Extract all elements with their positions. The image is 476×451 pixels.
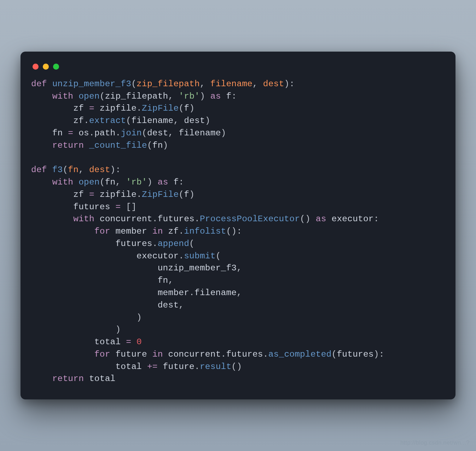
- code-token: :: [231, 92, 237, 101]
- code-token: ): [189, 190, 195, 199]
- code-token: [31, 337, 94, 347]
- code-token: open: [79, 177, 100, 187]
- code-token: 'rb': [179, 92, 200, 101]
- minimize-icon[interactable]: [43, 64, 49, 70]
- code-token: =: [89, 190, 100, 199]
- code-token: future: [163, 362, 195, 371]
- code-token: [31, 227, 94, 236]
- code-token: dest: [89, 165, 110, 175]
- code-token: []: [126, 202, 137, 212]
- code-token: executor: [137, 251, 179, 261]
- code-token: [31, 177, 52, 187]
- zoom-icon[interactable]: [53, 64, 59, 70]
- code-token: ,: [115, 177, 126, 187]
- code-token: [31, 116, 73, 125]
- code-token: ):: [110, 165, 121, 175]
- code-token: open: [79, 92, 100, 101]
- code-token: .: [189, 288, 195, 298]
- code-token: zf: [168, 227, 179, 236]
- code-token: as_completed: [268, 350, 332, 359]
- code-token: dest: [147, 128, 168, 138]
- code-token: .: [195, 362, 200, 371]
- code-token: unzip_member_f3: [52, 79, 132, 89]
- code-token: (: [63, 165, 68, 175]
- code-token: .: [137, 190, 142, 199]
- code-token: dest: [184, 116, 205, 125]
- code-token: member: [115, 227, 152, 236]
- code-token: zipfile: [100, 104, 137, 113]
- code-token: [31, 350, 94, 359]
- code-token: concurrent: [100, 214, 152, 224]
- code-token: filename: [195, 288, 237, 298]
- code-token: .: [89, 128, 94, 138]
- code-token: total: [94, 337, 126, 347]
- code-token: ,: [79, 165, 89, 175]
- code-token: [31, 141, 52, 150]
- code-token: (: [100, 177, 105, 187]
- code-token: ():: [226, 227, 242, 236]
- code-token: _count_file: [89, 141, 147, 150]
- code-token: ,: [179, 300, 184, 310]
- code-token: f: [226, 92, 231, 101]
- code-token: fn: [68, 165, 79, 175]
- code-token: ,: [237, 263, 242, 273]
- code-token: zip_filepath: [105, 92, 168, 101]
- code-token: zf: [73, 190, 89, 199]
- code-token: join: [121, 128, 142, 138]
- watermark-text: http://blog.csdn.net/wn...?: [400, 440, 470, 446]
- code-token: [31, 276, 158, 285]
- code-token: ,: [252, 79, 263, 89]
- code-token: fn: [105, 177, 116, 187]
- code-token: ): [147, 177, 158, 187]
- code-token: .: [84, 116, 89, 125]
- code-token: as: [210, 92, 226, 101]
- code-token: future: [115, 350, 152, 359]
- close-icon[interactable]: [33, 64, 39, 70]
- code-token: unzip_member_f3: [158, 263, 237, 273]
- code-token: [31, 92, 52, 101]
- code-token: .: [137, 104, 142, 113]
- code-token: zip_filepath: [137, 79, 200, 89]
- code-token: (: [179, 104, 184, 113]
- code-token: ,: [168, 276, 173, 285]
- code-token: [31, 202, 73, 212]
- code-token: [31, 214, 73, 224]
- code-token: (: [131, 79, 137, 89]
- code-token: executor: [332, 214, 374, 224]
- code-token: futures: [73, 202, 115, 212]
- code-token: for: [94, 227, 116, 236]
- code-token: =: [126, 337, 137, 347]
- code-token: (: [179, 190, 184, 199]
- code-token: :: [374, 214, 379, 224]
- code-token: ,: [168, 128, 179, 138]
- code-token: [31, 104, 73, 113]
- code-token: return: [52, 374, 89, 383]
- code-token: futures: [158, 214, 195, 224]
- code-token: extract: [89, 116, 126, 125]
- code-token: [31, 239, 115, 248]
- code-token: os: [79, 128, 89, 138]
- code-token: member: [158, 288, 189, 298]
- code-token: ): [205, 116, 210, 125]
- code-token: .: [116, 128, 121, 138]
- code-token: f: [173, 177, 179, 187]
- code-token: return: [52, 141, 89, 150]
- code-token: futures: [226, 350, 263, 359]
- code-token: 'rb': [126, 177, 147, 187]
- code-token: append: [158, 239, 189, 248]
- code-token: zf: [73, 116, 84, 125]
- code-token: in: [152, 350, 168, 359]
- code-token: =: [68, 128, 79, 138]
- code-token: as: [316, 214, 332, 224]
- code-token: ):: [284, 79, 295, 89]
- code-token: zf: [73, 104, 89, 113]
- code-token: (: [216, 251, 221, 261]
- code-token: (: [100, 92, 105, 101]
- code-token: total: [89, 374, 116, 383]
- code-token: [31, 300, 158, 310]
- code-token: ,: [173, 116, 184, 125]
- code-token: with: [52, 177, 79, 187]
- code-token: total: [115, 362, 147, 371]
- code-token: f3: [52, 165, 63, 175]
- code-token: futures: [337, 350, 373, 359]
